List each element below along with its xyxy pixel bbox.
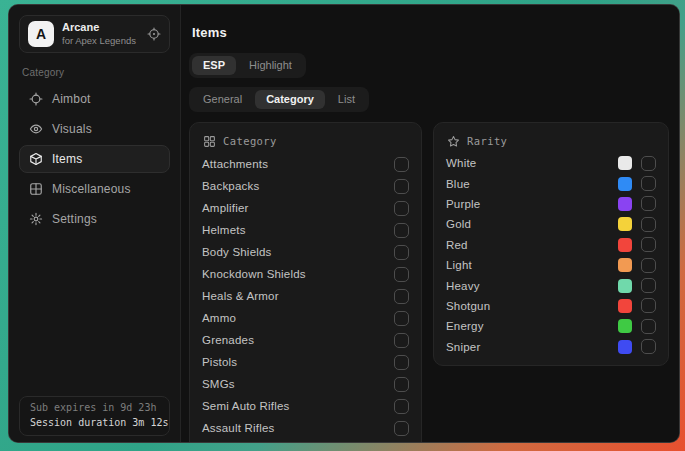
row-checkbox[interactable]: [394, 311, 409, 326]
category-row-label: Attachments: [202, 158, 268, 170]
category-row-label: Body Shields: [202, 246, 272, 258]
tab-highlight[interactable]: Highlight: [238, 56, 303, 75]
category-row-knockdown-shields: Knockdown Shields: [202, 263, 409, 285]
row-checkbox[interactable]: [394, 333, 409, 348]
row-checkbox[interactable]: [394, 443, 409, 444]
row-checkbox[interactable]: [641, 237, 656, 252]
gear-icon[interactable]: [597, 198, 609, 210]
row-checkbox[interactable]: [394, 355, 409, 370]
rarity-row-label: Gold: [446, 218, 471, 230]
rarity-row-red: Red: [446, 235, 656, 255]
row-checkbox[interactable]: [394, 179, 409, 194]
view-tab-category[interactable]: Category: [255, 90, 325, 109]
sidebar-item-miscellaneous[interactable]: Miscellaneous: [19, 175, 170, 203]
gear-icon[interactable]: [597, 259, 609, 271]
row-checkbox[interactable]: [641, 196, 656, 211]
color-swatch[interactable]: [618, 279, 632, 293]
rarity-row-gold: Gold: [446, 214, 656, 234]
category-row-pistols: Pistols: [202, 351, 409, 373]
sidebar-item-label: Aimbot: [52, 92, 91, 106]
tab-esp[interactable]: ESP: [192, 56, 236, 75]
gear-icon[interactable]: [597, 320, 609, 332]
sidebar-item-label: Visuals: [52, 122, 92, 136]
row-checkbox[interactable]: [641, 176, 656, 191]
color-swatch[interactable]: [618, 177, 632, 191]
gear-icon[interactable]: [597, 280, 609, 292]
row-checkbox[interactable]: [641, 278, 656, 293]
color-swatch[interactable]: [618, 319, 632, 333]
package-icon: [29, 152, 43, 166]
color-swatch[interactable]: [618, 299, 632, 313]
row-checkbox[interactable]: [394, 289, 409, 304]
category-row-attachments: Attachments: [202, 153, 409, 175]
row-checkbox[interactable]: [641, 298, 656, 313]
category-row-body-shields: Body Shields: [202, 241, 409, 263]
app-subtitle: for Apex Legends: [62, 35, 136, 47]
row-checkbox[interactable]: [641, 319, 656, 334]
row-checkbox[interactable]: [641, 156, 656, 171]
gear-icon[interactable]: [597, 218, 609, 230]
rarity-row-label: Light: [446, 259, 472, 271]
color-swatch[interactable]: [618, 238, 632, 252]
rarity-row-label: Sniper: [446, 341, 480, 353]
view-tab-general[interactable]: General: [192, 90, 253, 109]
row-checkbox[interactable]: [394, 399, 409, 414]
row-checkbox[interactable]: [641, 217, 656, 232]
arcane-window: A Arcane for Apex Legends Category Aimbo…: [8, 4, 680, 443]
row-checkbox[interactable]: [394, 267, 409, 282]
category-row-label: Ammo: [202, 312, 236, 324]
sidebar: A Arcane for Apex Legends Category Aimbo…: [9, 5, 181, 442]
row-checkbox[interactable]: [394, 245, 409, 260]
sidebar-item-visuals[interactable]: Visuals: [19, 115, 170, 143]
category-panel-title: Category: [223, 135, 277, 147]
row-checkbox[interactable]: [641, 339, 656, 354]
color-swatch[interactable]: [618, 156, 632, 170]
color-swatch[interactable]: [618, 217, 632, 231]
sidebar-item-items[interactable]: Items: [19, 145, 170, 173]
mode-tabs: ESP Highlight: [189, 53, 306, 78]
desktop-background: A Arcane for Apex Legends Category Aimbo…: [0, 0, 685, 451]
row-checkbox[interactable]: [641, 258, 656, 273]
color-swatch[interactable]: [618, 197, 632, 211]
rarity-row-purple: Purple: [446, 194, 656, 214]
rarity-row-light: Light: [446, 255, 656, 275]
row-checkbox[interactable]: [394, 201, 409, 216]
main-content: Items ESP Highlight General Category Lis…: [181, 5, 680, 442]
row-checkbox[interactable]: [394, 157, 409, 172]
category-row-label: Backpacks: [202, 180, 259, 192]
row-checkbox[interactable]: [394, 377, 409, 392]
color-swatch[interactable]: [618, 258, 632, 272]
rarity-row-heavy: Heavy: [446, 275, 656, 295]
grid-icon: [29, 182, 43, 196]
gear-icon[interactable]: [597, 239, 609, 251]
sidebar-item-aimbot[interactable]: Aimbot: [19, 85, 170, 113]
gear-icon[interactable]: [597, 157, 609, 169]
gear-icon[interactable]: [597, 341, 609, 353]
sidebar-item-label: Settings: [52, 212, 97, 226]
crosshair-icon: [29, 92, 43, 106]
app-name: Arcane: [62, 21, 136, 35]
view-tab-list[interactable]: List: [327, 90, 366, 109]
row-checkbox[interactable]: [394, 223, 409, 238]
app-logo: A: [28, 21, 54, 47]
color-swatch[interactable]: [618, 340, 632, 354]
sidebar-item-label: Items: [52, 152, 82, 166]
sidebar-section-label: Category: [22, 67, 167, 78]
category-row-backpacks: Backpacks: [202, 175, 409, 197]
sub-expiry-text: Sub expires in 9d 23h: [30, 401, 159, 416]
category-grid-icon: [203, 135, 216, 148]
app-logo-card: A Arcane for Apex Legends: [19, 15, 170, 53]
panels-row: Category Attachments Backpacks: [189, 122, 669, 443]
gear-icon[interactable]: [597, 178, 609, 190]
category-row-label: Grenades: [202, 334, 254, 346]
rarity-row-label: Energy: [446, 320, 484, 332]
row-checkbox[interactable]: [394, 421, 409, 436]
page-title: Items: [192, 25, 669, 40]
category-row-label: Semi Auto Rifles: [202, 400, 290, 412]
sidebar-item-settings[interactable]: Settings: [19, 205, 170, 233]
category-row-smgs: SMGs: [202, 373, 409, 395]
category-row-label: Assault Rifles: [202, 422, 274, 434]
rarity-row-sniper: Sniper: [446, 337, 656, 357]
target-icon[interactable]: [147, 27, 161, 41]
gear-icon[interactable]: [597, 300, 609, 312]
